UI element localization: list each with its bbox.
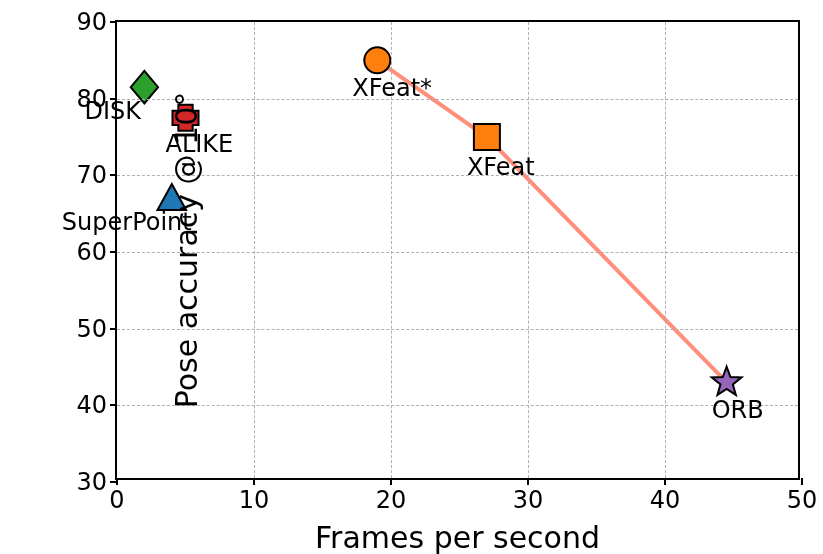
- pareto-line: [377, 60, 726, 382]
- tick-mark: [110, 404, 117, 406]
- tick-mark: [801, 478, 803, 485]
- tick-mark: [253, 478, 255, 485]
- x-axis-label: Frames per second: [315, 520, 600, 554]
- grid-line: [665, 22, 666, 478]
- x-tick-label: 50: [787, 486, 818, 514]
- x-tick-label: 30: [513, 486, 544, 514]
- tick-mark: [110, 21, 117, 23]
- tick-mark: [527, 478, 529, 485]
- grid-line: [117, 405, 798, 406]
- tick-mark: [110, 251, 117, 253]
- tick-mark: [390, 478, 392, 485]
- point-label: DISK: [84, 97, 141, 125]
- grid-line: [254, 22, 255, 478]
- x-tick-label: 10: [239, 486, 270, 514]
- point-label: XFeat: [467, 153, 535, 181]
- x-tick-label: 0: [109, 486, 124, 514]
- marker-xfeat-: [364, 47, 390, 73]
- y-tick-label: 40: [76, 391, 107, 419]
- grid-line: [117, 252, 798, 253]
- y-tick-label: 30: [76, 468, 107, 496]
- tick-mark: [110, 481, 117, 483]
- grid-line: [117, 329, 798, 330]
- grid-line: [117, 175, 798, 176]
- y-tick-label: 60: [76, 238, 107, 266]
- marker-xfeat: [474, 124, 500, 150]
- y-tick-label: 50: [76, 315, 107, 343]
- y-tick-label: 70: [76, 161, 107, 189]
- point-label: XFeat*: [352, 74, 432, 102]
- chart-container: 0102030405030405060708090DISKALIKESuperP…: [0, 0, 823, 554]
- x-tick-label: 20: [376, 486, 407, 514]
- tick-mark: [110, 174, 117, 176]
- tick-mark: [110, 328, 117, 330]
- y-tick-label: 90: [76, 8, 107, 36]
- y-axis-label: Pose accuracy @ 10°: [169, 92, 204, 409]
- grid-line: [528, 22, 529, 478]
- tick-mark: [664, 478, 666, 485]
- x-tick-label: 40: [650, 486, 681, 514]
- grid-line: [117, 99, 798, 100]
- plot-area: 0102030405030405060708090DISKALIKESuperP…: [115, 20, 800, 480]
- point-label: ORB: [712, 396, 764, 424]
